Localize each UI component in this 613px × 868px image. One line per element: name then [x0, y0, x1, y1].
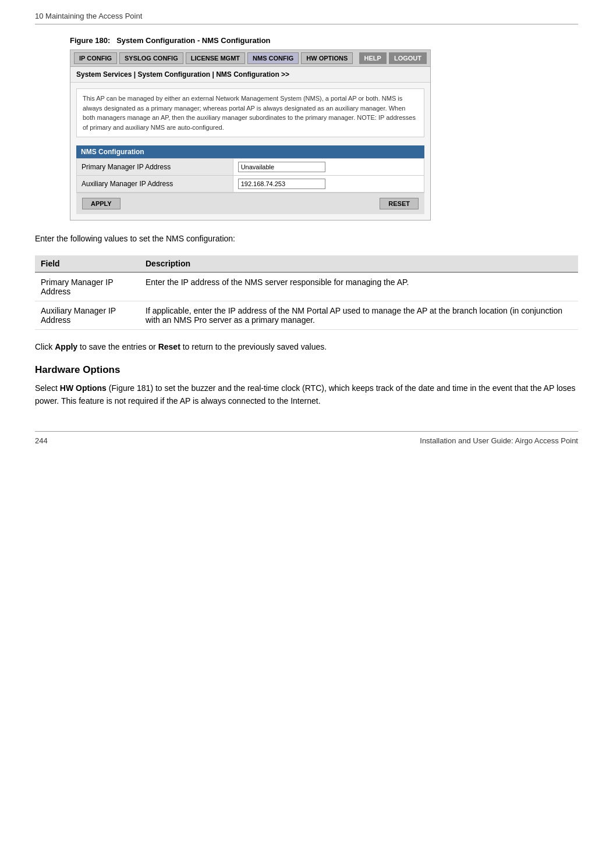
footer-title: Installation and User Guide: Airgo Acces…	[420, 436, 578, 445]
hw-section-title-text: Hardware Options	[35, 364, 120, 375]
apply-pre-text: Click	[35, 342, 55, 351]
tab-hw-options[interactable]: HW OPTIONS	[301, 52, 353, 64]
field-auxiliary-manager: Auxiliary Manager IP Address	[35, 301, 140, 330]
description-primary-manager: Enter the IP address of the NMS server r…	[140, 272, 578, 301]
breadcrumb-text: System Services | System Configuration |…	[76, 70, 289, 79]
intro-text: Enter the following values to set the NM…	[35, 232, 578, 245]
hw-pre-text: Select	[35, 383, 60, 393]
page-footer: 244 Installation and User Guide: Airgo A…	[35, 431, 578, 445]
ui-body: This AP can be managed by either an exte…	[70, 83, 430, 220]
apply-bold-text: Apply	[55, 342, 77, 351]
tab-nms-config[interactable]: NMS CONFIG	[247, 52, 299, 64]
reset-bold-text: Reset	[158, 342, 180, 351]
reset-button[interactable]: RESET	[380, 198, 419, 209]
primary-manager-label: Primary Manager IP Address	[77, 159, 233, 176]
breadcrumb: System Services | System Configuration |…	[70, 67, 430, 83]
auxiliary-manager-value-cell	[233, 176, 424, 193]
field-description-table: Field Description Primary Manager IP Add…	[35, 255, 578, 330]
tab-ip-config[interactable]: IP CONFIG	[74, 52, 117, 64]
primary-manager-row: Primary Manager IP Address	[77, 159, 424, 176]
info-text: This AP can be managed by either an exte…	[83, 95, 416, 131]
field-primary-manager: Primary Manager IP Address	[35, 272, 140, 301]
nms-config-section-header: NMS Configuration	[76, 145, 424, 158]
field-column-header: Field	[35, 255, 140, 272]
hw-options-content: Select HW Options (Figure 181) to set th…	[35, 382, 578, 408]
info-box: This AP can be managed by either an exte…	[76, 88, 424, 137]
section-header-text: NMS Configuration	[81, 148, 144, 156]
apply-end-text: to return to the previously saved values…	[180, 342, 327, 351]
ui-mockup: IP CONFIG SYSLOG CONFIG LICENSE MGMT NMS…	[70, 49, 431, 220]
tab-help[interactable]: HELP	[359, 52, 387, 64]
figure-number: Figure 180:	[70, 36, 110, 45]
page-number: 244	[35, 436, 48, 445]
figure-title: System Configuration - NMS Configuration	[116, 36, 270, 45]
chapter-header: 10 Maintaining the Access Point	[35, 12, 578, 24]
chapter-title: 10 Maintaining the Access Point	[35, 12, 142, 20]
content-intro: Enter the following values to set the NM…	[35, 232, 578, 245]
hw-options-text: Select HW Options (Figure 181) to set th…	[35, 382, 578, 408]
auxiliary-manager-row: Auxiliary Manager IP Address	[77, 176, 424, 193]
apply-reset-note: Click Apply to save the entries or Reset…	[35, 340, 578, 353]
nav-bar: IP CONFIG SYSLOG CONFIG LICENSE MGMT NMS…	[70, 50, 430, 67]
apply-mid-text: to save the entries or	[77, 342, 158, 351]
auxiliary-manager-input[interactable]	[238, 179, 325, 189]
primary-manager-input[interactable]	[238, 162, 325, 172]
auxiliary-manager-label: Auxiliary Manager IP Address	[77, 176, 233, 193]
table-row: Auxiliary Manager IP Address If applicab…	[35, 301, 578, 330]
description-column-header: Description	[140, 255, 578, 272]
apply-reset-text: Click Apply to save the entries or Reset…	[35, 340, 578, 353]
button-row: APPLY RESET	[76, 193, 424, 214]
table-header-row: Field Description	[35, 255, 578, 272]
hw-body-text: (Figure 181) to set the buzzer and the r…	[35, 383, 576, 405]
figure-label: Figure 180: System Configuration - NMS C…	[70, 36, 578, 45]
apply-button[interactable]: APPLY	[82, 198, 121, 209]
tab-logout[interactable]: LOGOUT	[389, 52, 427, 64]
primary-manager-value-cell	[233, 159, 424, 176]
description-auxiliary-manager: If applicable, enter the IP address of t…	[140, 301, 578, 330]
tab-license-mgmt[interactable]: LICENSE MGMT	[186, 52, 245, 64]
hw-bold-text: HW Options	[60, 383, 107, 393]
hw-options-title: Hardware Options	[35, 364, 578, 376]
tab-syslog-config[interactable]: SYSLOG CONFIG	[119, 52, 183, 64]
nms-form-table: Primary Manager IP Address Auxiliary Man…	[76, 158, 424, 193]
table-row: Primary Manager IP Address Enter the IP …	[35, 272, 578, 301]
